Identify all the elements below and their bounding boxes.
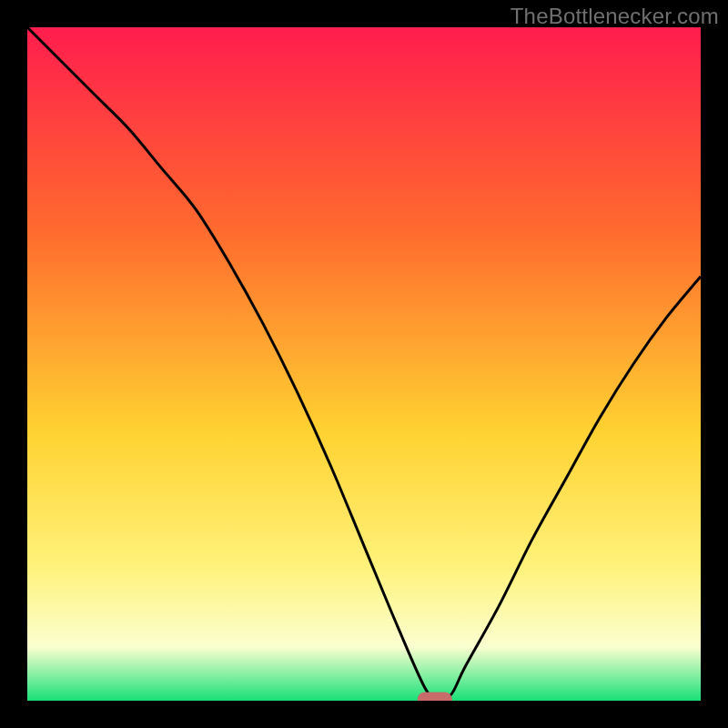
chart-svg bbox=[27, 27, 701, 701]
watermark-label: TheBottlenecker.com bbox=[511, 4, 719, 29]
plot-area bbox=[27, 27, 701, 701]
chart-frame: TheBottlenecker.com bbox=[0, 0, 728, 728]
optimal-marker bbox=[418, 693, 451, 701]
